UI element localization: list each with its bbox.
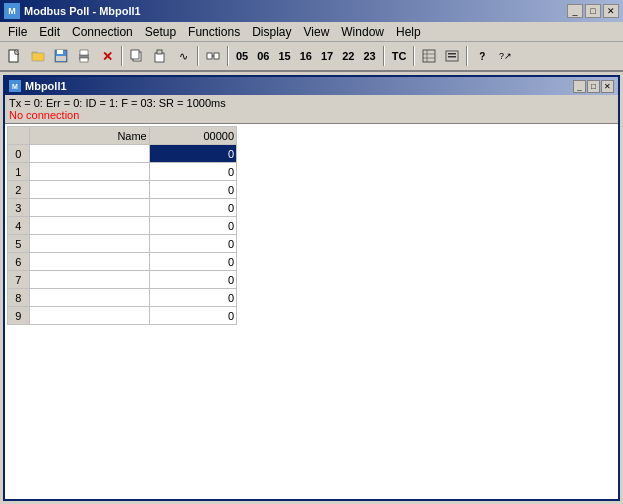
func-05-button[interactable]: 05: [232, 46, 252, 66]
menu-help[interactable]: Help: [390, 24, 427, 40]
svg-rect-23: [448, 56, 456, 58]
value-cell[interactable]: 0: [149, 217, 236, 235]
row-index: 0: [8, 145, 30, 163]
svg-rect-6: [56, 56, 66, 61]
table-row[interactable]: 80: [8, 289, 237, 307]
separator-4: [383, 46, 385, 66]
table-row[interactable]: 50: [8, 235, 237, 253]
menu-bar: File Edit Connection Setup Functions Dis…: [0, 22, 623, 42]
value-cell[interactable]: 0: [149, 271, 236, 289]
toolbar: ✕ ∿ 05 06 15 16 17 22 23 TC: [0, 42, 623, 72]
table-row[interactable]: 20: [8, 181, 237, 199]
status-area: Tx = 0: Err = 0: ID = 1: F = 03: SR = 10…: [5, 95, 618, 124]
save-button[interactable]: [50, 45, 72, 67]
name-cell: [29, 217, 149, 235]
svg-rect-22: [448, 53, 456, 55]
table-row[interactable]: 70: [8, 271, 237, 289]
name-header: Name: [29, 127, 149, 145]
value-cell[interactable]: 0: [149, 199, 236, 217]
copy-button[interactable]: [126, 45, 148, 67]
status-line1: Tx = 0: Err = 0: ID = 1: F = 03: SR = 10…: [9, 97, 614, 109]
open-icon: [31, 49, 45, 63]
row-index: 7: [8, 271, 30, 289]
value-cell[interactable]: 0: [149, 253, 236, 271]
menu-edit[interactable]: Edit: [33, 24, 66, 40]
table-row[interactable]: 90: [8, 307, 237, 325]
func-22-button[interactable]: 22: [338, 46, 358, 66]
open-button[interactable]: [27, 45, 49, 67]
title-bar: M Modbus Poll - Mbpoll1 _ □ ✕: [0, 0, 623, 22]
help-button[interactable]: ?: [471, 45, 493, 67]
func-17-button[interactable]: 17: [317, 46, 337, 66]
row-index: 8: [8, 289, 30, 307]
menu-connection[interactable]: Connection: [66, 24, 139, 40]
row-index: 4: [8, 217, 30, 235]
mdi-window: M Mbpoll1 _ □ ✕ Tx = 0: Err = 0: ID = 1:…: [3, 75, 620, 501]
menu-view[interactable]: View: [298, 24, 336, 40]
display2-button[interactable]: [441, 45, 463, 67]
value-cell[interactable]: 0: [149, 235, 236, 253]
func-06-button[interactable]: 06: [253, 46, 273, 66]
new-button[interactable]: [4, 45, 26, 67]
tc-button[interactable]: TC: [388, 46, 411, 66]
data-table: Name 00000 00102030405060708090: [7, 126, 237, 325]
separator-2: [197, 46, 199, 66]
separator-3: [227, 46, 229, 66]
app-title: Modbus Poll - Mbpoll1: [24, 5, 141, 17]
save-icon: [54, 49, 68, 63]
value-header: 00000: [149, 127, 236, 145]
mdi-close-button[interactable]: ✕: [601, 80, 614, 93]
table-row[interactable]: 60: [8, 253, 237, 271]
display1-button[interactable]: [418, 45, 440, 67]
display2-icon: [445, 49, 459, 63]
menu-window[interactable]: Window: [335, 24, 390, 40]
value-cell[interactable]: 0: [149, 307, 236, 325]
name-cell: [29, 181, 149, 199]
display1-icon: [422, 49, 436, 63]
connect-button[interactable]: [202, 45, 224, 67]
func-16-button[interactable]: 16: [296, 46, 316, 66]
name-cell: [29, 271, 149, 289]
menu-functions[interactable]: Functions: [182, 24, 246, 40]
print-button[interactable]: [73, 45, 95, 67]
mdi-minimize-button[interactable]: _: [573, 80, 586, 93]
mdi-maximize-button[interactable]: □: [587, 80, 600, 93]
value-cell[interactable]: 0: [149, 145, 236, 163]
connect-icon: [206, 49, 220, 63]
menu-setup[interactable]: Setup: [139, 24, 182, 40]
copy-icon: [130, 49, 144, 63]
svg-rect-11: [131, 50, 139, 59]
func-15-button[interactable]: 15: [275, 46, 295, 66]
delete-button[interactable]: ✕: [96, 45, 118, 67]
status-line2: No connection: [9, 109, 614, 121]
value-cell[interactable]: 0: [149, 181, 236, 199]
window-controls: _ □ ✕: [567, 4, 619, 18]
table-row[interactable]: 30: [8, 199, 237, 217]
wave-button[interactable]: ∿: [172, 45, 194, 67]
name-cell: [29, 289, 149, 307]
minimize-button[interactable]: _: [567, 4, 583, 18]
mdi-controls: _ □ ✕: [573, 80, 614, 93]
maximize-button[interactable]: □: [585, 4, 601, 18]
row-index: 6: [8, 253, 30, 271]
table-row[interactable]: 00: [8, 145, 237, 163]
mdi-title-bar: M Mbpoll1 _ □ ✕: [5, 77, 618, 95]
data-table-container: Name 00000 00102030405060708090: [5, 124, 618, 327]
about-button[interactable]: ?↗: [494, 45, 516, 67]
svg-rect-14: [207, 53, 212, 59]
close-button[interactable]: ✕: [603, 4, 619, 18]
table-row[interactable]: 40: [8, 217, 237, 235]
value-cell[interactable]: 0: [149, 289, 236, 307]
menu-file[interactable]: File: [2, 24, 33, 40]
row-index: 5: [8, 235, 30, 253]
paste-button[interactable]: [149, 45, 171, 67]
row-index: 3: [8, 199, 30, 217]
menu-display[interactable]: Display: [246, 24, 297, 40]
table-row[interactable]: 10: [8, 163, 237, 181]
func-23-button[interactable]: 23: [360, 46, 380, 66]
value-cell[interactable]: 0: [149, 163, 236, 181]
row-num-header: [8, 127, 30, 145]
svg-rect-15: [214, 53, 219, 59]
name-cell: [29, 253, 149, 271]
mdi-title: Mbpoll1: [25, 80, 67, 92]
